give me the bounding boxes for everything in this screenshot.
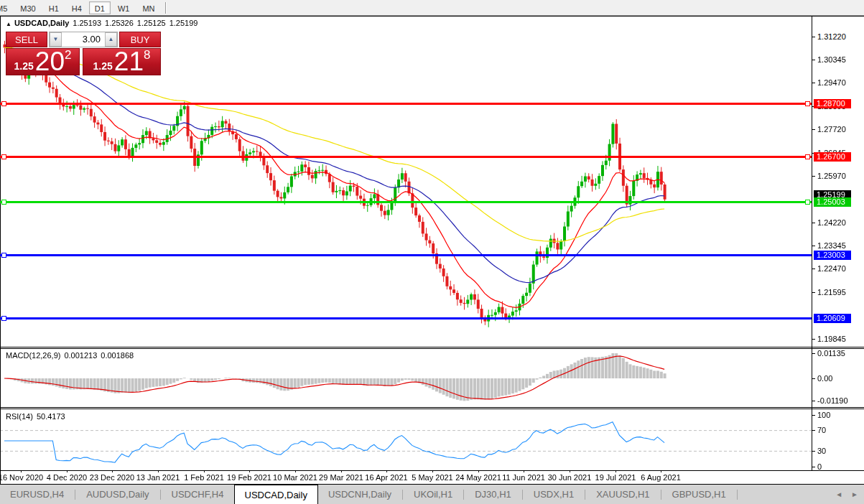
price-tick-label: 1.21595 bbox=[817, 288, 846, 297]
symbol-tab-usdcad[interactable]: USDCAD,Daily bbox=[234, 485, 318, 504]
quote-close: 1.25199 bbox=[169, 19, 198, 27]
level-line-1.25003[interactable] bbox=[0, 201, 812, 203]
level-line-handle[interactable] bbox=[1, 200, 6, 205]
buy-button[interactable]: BUY bbox=[119, 32, 161, 47]
price-tick-label: 1.25970 bbox=[817, 172, 846, 180]
pane-separator-2b[interactable] bbox=[0, 409, 864, 409]
symbol-tab-usdcnh[interactable]: USDCNH,Daily bbox=[318, 485, 401, 504]
price-tickmark bbox=[812, 246, 815, 246]
date-tickmark bbox=[570, 470, 570, 472]
symbol-tab-ukoil[interactable]: UKOil,H1 bbox=[404, 485, 463, 504]
date-tickmark bbox=[341, 470, 342, 472]
pane-separator-1b[interactable] bbox=[0, 348, 864, 349]
sell-button[interactable]: SELL bbox=[6, 32, 47, 47]
date-tickmark bbox=[661, 470, 661, 472]
volume-field[interactable]: 3.00 bbox=[62, 32, 105, 47]
price-tick-label: 1.29470 bbox=[817, 78, 846, 87]
date-tick-label: 6 Aug 2021 bbox=[641, 473, 681, 482]
sell-quote-box[interactable]: 1.25 20 2 bbox=[6, 48, 80, 75]
date-tick-label: 13 Jan 2021 bbox=[136, 473, 180, 482]
level-line-1.267[interactable] bbox=[0, 156, 812, 158]
level-line-handle[interactable] bbox=[1, 154, 6, 159]
toolbar-separator bbox=[165, 2, 167, 14]
symbol-tab-usdx[interactable]: USDX,H1 bbox=[524, 485, 584, 504]
symbol-tab-xauusd[interactable]: XAUUSD,H1 bbox=[586, 485, 659, 504]
indicator-tick-label: 30 bbox=[817, 447, 826, 455]
symbol-tab-usdchf[interactable]: USDCHF,H4 bbox=[162, 485, 234, 504]
date-tickmark bbox=[432, 470, 433, 472]
pane-separator-2a[interactable] bbox=[0, 407, 864, 408]
price-tickmark bbox=[812, 129, 815, 130]
date-tick-label: 23 Dec 2020 bbox=[90, 473, 134, 482]
level-line-handle[interactable] bbox=[1, 253, 6, 258]
symbol-label: USDCAD,Daily bbox=[14, 19, 69, 27]
date-tick-label: 10 Mar 2021 bbox=[273, 473, 317, 482]
price-tick-label: 1.24220 bbox=[817, 218, 846, 227]
date-tickmark bbox=[249, 470, 250, 472]
date-tick-label: 1 Feb 2021 bbox=[184, 473, 224, 482]
symbol-tab-eurusd[interactable]: EURUSD,H4 bbox=[0, 485, 74, 504]
sell-price-sup: 2 bbox=[65, 50, 71, 60]
quote-low: 1.25125 bbox=[137, 19, 166, 27]
macd-main-value: 0.001213 bbox=[64, 351, 97, 360]
timeframe-button-m5[interactable]: M5 bbox=[0, 1, 13, 14]
buy-quote-box[interactable]: 1.25 21 8 bbox=[83, 48, 161, 75]
expand-arrow-icon[interactable]: ▲ bbox=[6, 21, 11, 27]
buy-price-big: 21 bbox=[114, 50, 144, 73]
date-tick-label: 16 Nov 2020 bbox=[0, 473, 43, 482]
symbol-tab-gbpusd[interactable]: GBPUSD,H1 bbox=[662, 485, 736, 504]
indicator-tick-label: 0 bbox=[817, 462, 822, 471]
indicator-tickmark bbox=[812, 378, 815, 379]
indicator-tickmark bbox=[812, 451, 815, 452]
price-badge-1.28700: 1.28700 bbox=[814, 99, 851, 108]
rsi-indicator-canvas[interactable] bbox=[0, 409, 812, 470]
tab-scroll-right-icon[interactable]: ► bbox=[851, 490, 858, 498]
timeframe-button-d1[interactable]: D1 bbox=[89, 1, 111, 14]
timeframe-button-h1[interactable]: H1 bbox=[43, 1, 65, 14]
level-line-1.20609[interactable] bbox=[0, 317, 812, 319]
volume-increase-button[interactable]: ▲ bbox=[105, 32, 117, 47]
tab-separator bbox=[463, 490, 464, 500]
level-line-1.23003[interactable] bbox=[0, 254, 812, 256]
rsi-value: 50.4173 bbox=[37, 412, 65, 421]
indicator-tickmark bbox=[812, 467, 815, 467]
indicator-tickmark bbox=[812, 401, 815, 401]
tab-separator bbox=[737, 490, 738, 500]
date-tickmark bbox=[524, 470, 524, 472]
tab-scroll-left-icon[interactable]: ◄ bbox=[835, 490, 842, 498]
date-tick-label: 30 Jun 2021 bbox=[548, 473, 592, 482]
timeframe-button-m30[interactable]: M30 bbox=[14, 1, 41, 14]
timeframe-button-h4[interactable]: H4 bbox=[66, 1, 88, 14]
date-tickmark bbox=[158, 470, 159, 472]
symbol-tabbar: EURUSD,H4AUDUSD,DailyUSDCHF,H4USDCAD,Dai… bbox=[0, 485, 864, 504]
tab-separator bbox=[522, 490, 523, 500]
date-tickmark bbox=[478, 470, 479, 472]
level-line-1.287[interactable] bbox=[0, 103, 812, 105]
price-axis-border bbox=[812, 16, 812, 471]
level-line-handle[interactable] bbox=[805, 200, 810, 205]
pane-separator-1a[interactable] bbox=[0, 347, 864, 347]
symbol-tab-audusd[interactable]: AUDUSD,Daily bbox=[76, 485, 159, 504]
tab-separator bbox=[75, 490, 75, 500]
chart-left-border bbox=[0, 17, 1, 484]
price-tick-label: 1.31220 bbox=[817, 32, 846, 41]
level-line-handle[interactable] bbox=[1, 316, 6, 321]
price-tick-label: 1.19845 bbox=[817, 335, 846, 343]
symbol-tab-dj30[interactable]: DJ30,H1 bbox=[465, 485, 521, 504]
indicator-tick-label: 70 bbox=[817, 426, 826, 434]
timeframe-button-mn[interactable]: MN bbox=[136, 1, 160, 14]
price-tickmark bbox=[812, 269, 815, 269]
timeframe-button-w1[interactable]: W1 bbox=[112, 1, 136, 14]
one-click-trading-panel: SELL ▼ 3.00 ▲ BUY 1.25 20 2 1.25 21 8 bbox=[6, 32, 161, 75]
volume-decrease-button[interactable]: ▼ bbox=[50, 32, 62, 47]
tab-separator bbox=[160, 490, 161, 500]
chart-top-border bbox=[0, 16, 864, 17]
level-line-handle[interactable] bbox=[805, 101, 810, 106]
level-line-handle[interactable] bbox=[805, 154, 810, 159]
tab-scroll-arrows: ◄► bbox=[827, 485, 864, 504]
price-tick-label: 1.30345 bbox=[817, 55, 846, 64]
date-tickmark bbox=[204, 470, 205, 472]
level-line-handle[interactable] bbox=[1, 101, 6, 106]
tab-separator bbox=[585, 490, 585, 500]
date-tick-label: 16 Apr 2021 bbox=[365, 473, 407, 482]
